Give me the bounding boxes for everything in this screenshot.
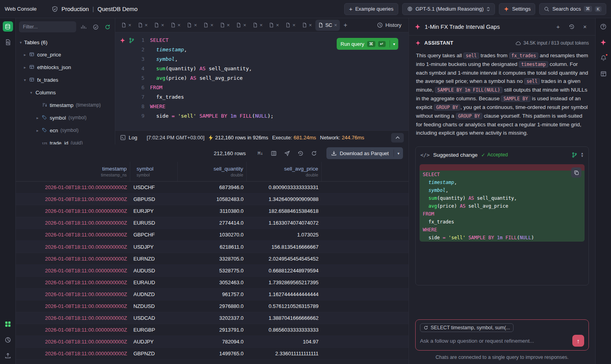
table-row[interactable]: 2026-01-08T18:11:00.0000000000ZNZDUSD297…: [16, 300, 409, 312]
history-button[interactable]: History: [373, 20, 405, 31]
run-options-caret[interactable]: ▾: [390, 42, 398, 46]
query-log-icon[interactable]: [3, 37, 13, 47]
download-parquet-button[interactable]: Download as Parquet ▾: [326, 147, 403, 159]
new-chat-button[interactable]: +: [553, 22, 563, 32]
code-line[interactable]: 8WHERE: [115, 102, 409, 111]
send-button[interactable]: ↑: [572, 335, 584, 347]
column-header-symbol[interactable]: symbolsymbol: [130, 162, 178, 181]
chart-view-icon[interactable]: [3, 335, 13, 345]
code-line[interactable]: 6FROM: [115, 83, 409, 92]
sql-editor[interactable]: 1SELECT2 timestamp,3 symbol,4 sum(quanti…: [115, 32, 409, 130]
tab[interactable]: ×: [184, 20, 200, 31]
column-header-sell_quantity[interactable]: sell_quantitydouble: [178, 162, 247, 181]
new-tab-button[interactable]: +: [341, 21, 350, 30]
tab[interactable]: ×: [135, 20, 151, 31]
tab[interactable]: ×: [168, 20, 184, 31]
followup-input[interactable]: [420, 338, 569, 344]
diff-stepper[interactable]: ▲▼: [581, 152, 584, 158]
close-tab-icon[interactable]: ×: [260, 22, 263, 28]
tree-item-symbol[interactable]: ▸symbol(symbol): [16, 111, 115, 124]
export-share-icon[interactable]: [282, 148, 292, 158]
table-row[interactable]: 2026-01-08T18:11:00.0000000000ZGBPNZD149…: [16, 348, 409, 360]
chat-history-button[interactable]: [567, 22, 576, 32]
tab[interactable]: ×: [233, 20, 249, 31]
table-row[interactable]: 2026-01-08T18:11:00.0000000000ZEURAUD305…: [16, 277, 409, 289]
close-panel-button[interactable]: ×: [580, 22, 590, 32]
table-row[interactable]: 2026-01-08T18:11:00.0000000000ZAUDNZD961…: [16, 289, 409, 300]
markdown-copy-icon[interactable]: M↓: [255, 148, 266, 158]
run-query-button[interactable]: Run query ⌘ ↵ ▾: [337, 38, 398, 50]
table-row[interactable]: 2026-01-08T18:11:00.0000000000ZEURGBP291…: [16, 324, 409, 336]
branch-apply-icon[interactable]: [572, 152, 577, 158]
close-tab-icon[interactable]: ×: [161, 22, 164, 28]
tab[interactable]: ×: [201, 20, 216, 31]
table-row[interactable]: 2026-01-08T18:11:00.0000000000ZAUDJPY782…: [16, 336, 409, 348]
close-tab-icon[interactable]: ×: [194, 22, 197, 28]
grid-columns-icon[interactable]: [269, 148, 279, 158]
close-tab-icon[interactable]: ×: [334, 22, 337, 28]
model-selector[interactable]: GPT-5.1 (Medium Reasoning): [402, 3, 495, 15]
schema-panel-icon[interactable]: [598, 69, 609, 79]
table-row[interactable]: 2026-01-08T18:11:00.0000000000ZUSDCHF687…: [16, 182, 409, 193]
close-tab-icon[interactable]: ×: [292, 22, 296, 28]
download-options-caret[interactable]: ▾: [394, 151, 403, 156]
table-row[interactable]: 2026-01-08T18:11:00.0000000000ZUSDCAD320…: [16, 312, 409, 324]
grid-view-icon[interactable]: [3, 319, 13, 329]
tab-active[interactable]: SC×: [315, 20, 340, 31]
tab[interactable]: ×: [118, 20, 134, 31]
table-row[interactable]: 2026-01-08T18:11:00.0000000000ZGBPUSD105…: [16, 193, 409, 205]
help-icon[interactable]: [598, 21, 609, 32]
tree-item-trade_id[interactable]: 123trade_id(uuid): [16, 137, 115, 144]
collapse-log-button[interactable]: [391, 133, 404, 143]
close-tab-icon[interactable]: ×: [309, 22, 312, 28]
close-tab-icon[interactable]: ×: [128, 22, 131, 28]
assistant-toggle-icon[interactable]: [598, 37, 609, 47]
settings-button[interactable]: Settings: [499, 3, 535, 15]
code-line[interactable]: 9 side = 'sell' SAMPLE BY 1m FILL(NULL);: [115, 111, 409, 121]
tab[interactable]: ×: [283, 20, 298, 31]
breadcrumb[interactable]: Production | QuestDB Demo: [52, 6, 138, 12]
tab[interactable]: ×: [299, 20, 315, 31]
import-icon[interactable]: [3, 351, 13, 361]
questdb-logo[interactable]: [3, 21, 13, 32]
query-context-chip[interactable]: SELECT timestamp, symbol, sum(...: [420, 323, 514, 332]
metrics-icon[interactable]: [79, 23, 88, 31]
log-toggle[interactable]: Log: [120, 135, 137, 141]
tree-item-fx_trades[interactable]: ▾fx_trades: [16, 73, 115, 86]
refresh-tables-icon[interactable]: [103, 23, 112, 31]
close-tab-icon[interactable]: ×: [227, 22, 230, 28]
refresh-results-icon[interactable]: [309, 148, 319, 158]
query-history-icon[interactable]: [296, 148, 306, 158]
tree-item-ecn[interactable]: ▸ecn(symbol): [16, 124, 115, 137]
close-tab-icon[interactable]: ×: [276, 22, 279, 28]
code-line[interactable]: 4 sum(quantity) AS sell_quantity,: [115, 64, 409, 73]
column-header-timestamp[interactable]: timestamptimestamp_ns: [16, 162, 130, 181]
tree-item-core_price[interactable]: ▸core_price: [16, 48, 115, 61]
table-row[interactable]: 2026-01-08T18:11:00.0000000000ZEURJPY311…: [16, 205, 409, 217]
copy-code-button[interactable]: [571, 167, 581, 178]
table-row[interactable]: 2026-01-08T18:11:00.0000000000ZUSDJPY621…: [16, 241, 409, 253]
ai-sparkle-icon[interactable]: [119, 37, 126, 44]
column-header-sell_avg_price[interactable]: sell_avg_pricedouble: [247, 162, 322, 181]
table-row[interactable]: 2026-01-08T18:11:00.0000000000ZEURUSD277…: [16, 217, 409, 229]
tree-item-timestamp[interactable]: timestamp(timestamp): [16, 99, 115, 111]
tab[interactable]: ×: [217, 20, 233, 31]
close-tab-icon[interactable]: ×: [145, 22, 148, 28]
example-queries-button[interactable]: + Example queries: [344, 3, 398, 15]
table-row[interactable]: 2026-01-08T18:11:00.0000000000ZGBPCHF103…: [16, 229, 409, 241]
filter-input[interactable]: [19, 21, 76, 32]
notifications-bell-icon[interactable]: [598, 53, 609, 63]
search-docs-button[interactable]: Search docs ⌘ K: [539, 3, 606, 15]
tab[interactable]: ×: [266, 20, 282, 31]
close-tab-icon[interactable]: ×: [243, 22, 246, 28]
table-row[interactable]: 2026-01-08T18:11:00.0000000000ZAUDUSD532…: [16, 265, 409, 277]
table-row[interactable]: 2026-01-08T18:11:00.0000000000ZEURNZD332…: [16, 253, 409, 265]
code-line[interactable]: 5 avg(price) AS sell_avg_price: [115, 73, 409, 83]
tables-header[interactable]: ▾ Tables (6): [16, 36, 115, 48]
tab[interactable]: ×: [151, 20, 167, 31]
close-tab-icon[interactable]: ×: [210, 22, 214, 28]
tree-item-ethblocks_json[interactable]: ▸ethblocks_json: [16, 61, 115, 73]
code-line[interactable]: 7 fx_trades: [115, 92, 409, 102]
git-branch-icon[interactable]: [128, 37, 135, 44]
tree-item-columns[interactable]: ▾Columns: [16, 86, 115, 99]
